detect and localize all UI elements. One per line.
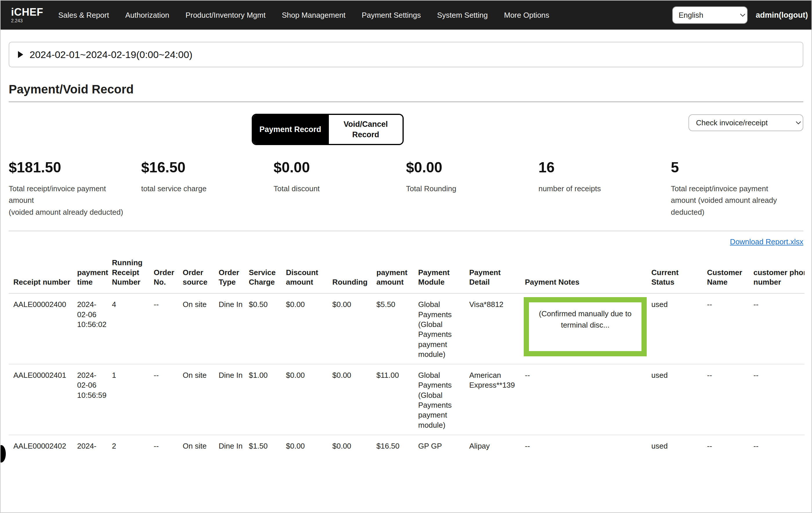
cell-payment-detail: Alipay — [469, 435, 525, 453]
col-header-order-source: Order source — [183, 258, 219, 293]
cell-payment-amount: $16.50 — [376, 435, 418, 453]
admin-logout-link[interactable]: admin(logout) — [756, 11, 808, 20]
controls-row: Payment Record Void/Cancel Record Check … — [9, 102, 803, 147]
col-header-rounding: Rounding — [332, 258, 376, 293]
nav-item-authorization[interactable]: Authorization — [125, 11, 169, 20]
summary-stats: $181.50 Total receipt/invoice payment am… — [9, 159, 803, 218]
tab-payment-record[interactable]: Payment Record — [253, 115, 328, 144]
stat-voided-count: 5 Total receipt/invoice payment amount (… — [671, 159, 803, 218]
stat-total-payment-amount: $181.50 Total receipt/invoice payment am… — [9, 159, 141, 218]
logo-text: iCHEF — [11, 7, 43, 18]
tab-void-cancel-record[interactable]: Void/Cancel Record — [328, 115, 403, 144]
cell-payment-module: Global Payments (Global Payments payment… — [418, 293, 469, 364]
cell-payment-time: 2024-02-06 10:56:02 — [77, 293, 112, 364]
record-type-tab-group: Payment Record Void/Cancel Record — [252, 114, 404, 145]
cell-customer-name: -- — [707, 435, 753, 453]
stat-label: Total discount — [273, 183, 388, 194]
stat-value: 16 — [539, 159, 654, 176]
stat-number-of-receipts: 16 number of receipts — [539, 159, 671, 218]
stat-total-rounding: $0.00 Total Rounding — [406, 159, 539, 218]
cell-customer-phone: -- — [753, 435, 805, 453]
stat-label: total service charge — [141, 183, 256, 194]
cell-current-status: used — [651, 435, 707, 453]
cell-order-type: Dine In — [219, 364, 249, 435]
cell-payment-module: Global Payments (Global Payments payment… — [418, 364, 469, 435]
payment-records-table-wrap: Receipt number payment time Running Rece… — [9, 258, 805, 453]
nav-item-sales-report[interactable]: Sales & Report — [58, 11, 109, 20]
nav-item-shop-management[interactable]: Shop Management — [282, 11, 346, 20]
col-header-discount-amount: Discount amount — [286, 258, 332, 293]
cell-customer-phone: -- — [753, 364, 805, 435]
download-row: Download Report.xlsx — [9, 236, 803, 246]
col-header-customer-phone: customer phone number — [753, 258, 805, 293]
cell-payment-notes: -- — [525, 435, 651, 453]
cell-customer-name: -- — [707, 364, 753, 435]
col-header-customer-name: Customer Name — [707, 258, 753, 293]
table-row: AALE00002400 2024-02-06 10:56:02 4 -- On… — [9, 293, 805, 364]
cell-service-charge: $1.50 — [249, 435, 286, 453]
col-header-payment-notes: Payment Notes — [525, 258, 651, 293]
payment-note-highlight-box: (Confirmed manually due to terminal disc… — [524, 297, 647, 356]
cell-payment-amount: $11.00 — [376, 364, 418, 435]
payment-note-text: (Confirmed manually due to terminal disc… — [539, 309, 631, 329]
nav-item-more-options[interactable]: More Options — [504, 11, 549, 20]
stat-value: $0.00 — [273, 159, 388, 176]
payment-records-table: Receipt number payment time Running Rece… — [9, 258, 805, 453]
cell-payment-time: 2024-02-06 — [77, 435, 112, 453]
check-invoice-receipt-select[interactable]: Check invoice/receipt — [689, 114, 803, 131]
nav-item-product-inventory[interactable]: Product/Inventory Mgmt — [185, 11, 266, 20]
cell-rounding: $0.00 — [332, 435, 376, 453]
cell-rounding: $0.00 — [332, 364, 376, 435]
cell-service-charge: $1.00 — [249, 364, 286, 435]
cell-order-source: On site — [183, 435, 219, 453]
cell-discount-amount: $0.00 — [286, 293, 332, 364]
stats-divider — [9, 231, 803, 231]
stat-label: Total receipt/invoice payment amount (vo… — [9, 183, 124, 218]
cell-customer-name: -- — [707, 293, 753, 364]
ichef-logo[interactable]: iCHEF 2.243 — [11, 7, 43, 23]
cell-payment-notes: (Confirmed manually due to terminal disc… — [525, 293, 651, 364]
stat-label: number of receipts — [539, 183, 654, 194]
col-header-payment-module: Payment Module — [418, 258, 469, 293]
language-select[interactable]: English — [672, 6, 748, 24]
logo-version: 2.243 — [11, 19, 43, 23]
nav-item-payment-settings[interactable]: Payment Settings — [361, 11, 421, 20]
cell-service-charge: $0.50 — [249, 293, 286, 364]
page-title: Payment/Void Record — [9, 82, 803, 96]
cell-receipt-number: AALE00002401 — [9, 364, 77, 435]
date-range-filter[interactable]: 2024-02-01~2024-02-19(0:00~24:00) — [9, 42, 803, 67]
stat-value: $181.50 — [9, 159, 124, 176]
nav-item-system-setting[interactable]: System Setting — [437, 11, 488, 20]
cell-payment-module: GP GP (Global — [418, 435, 469, 453]
cell-order-no: -- — [154, 293, 183, 364]
left-edge-marker-icon — [0, 445, 6, 462]
top-nav-right: English admin(logout) — [672, 6, 808, 24]
cell-running-receipt-number: 1 — [112, 364, 154, 435]
nav-menu: Sales & Report Authorization Product/Inv… — [58, 11, 549, 20]
stat-label: Total receipt/invoice payment amount (vo… — [671, 183, 786, 218]
download-report-link[interactable]: Download Report.xlsx — [730, 237, 803, 246]
cell-payment-detail: American Express**139 — [469, 364, 525, 435]
cell-rounding: $0.00 — [332, 293, 376, 364]
expand-arrow-icon — [18, 51, 23, 58]
col-header-payment-time: payment time — [77, 258, 112, 293]
table-row: AALE00002402 2024-02-06 2 -- On site Din… — [9, 435, 805, 453]
date-range-label: 2024-02-01~2024-02-19(0:00~24:00) — [30, 49, 192, 60]
top-nav-bar: iCHEF 2.243 Sales & Report Authorization… — [1, 1, 811, 30]
stat-total-service-charge: $16.50 total service charge — [141, 159, 274, 218]
cell-order-source: On site — [183, 364, 219, 435]
table-header-row: Receipt number payment time Running Rece… — [9, 258, 805, 293]
col-header-order-no: Order No. — [154, 258, 183, 293]
cell-payment-time: 2024-02-06 10:56:59 — [77, 364, 112, 435]
cell-running-receipt-number: 4 — [112, 293, 154, 364]
cell-order-no: -- — [154, 364, 183, 435]
stat-value: 5 — [671, 159, 786, 176]
col-header-receipt-number: Receipt number — [9, 258, 77, 293]
cell-receipt-number: AALE00002400 — [9, 293, 77, 364]
table-row: AALE00002401 2024-02-06 10:56:59 1 -- On… — [9, 364, 805, 435]
cell-order-no: -- — [154, 435, 183, 453]
stat-label: Total Rounding — [406, 183, 521, 194]
cell-payment-detail: Visa*8812 — [469, 293, 525, 364]
col-header-order-type: Order Type — [219, 258, 249, 293]
cell-customer-phone: -- — [753, 293, 805, 364]
